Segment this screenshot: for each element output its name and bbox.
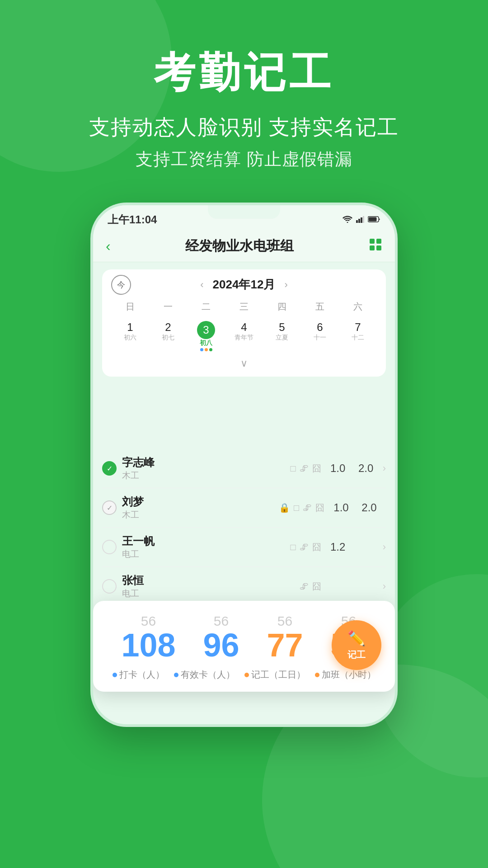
worker-role-4: 电工 — [122, 588, 294, 599]
worker-name-2: 刘梦 — [122, 495, 273, 509]
weekday-sun: 日 — [111, 299, 149, 315]
phone-notch — [208, 205, 280, 219]
worker-attach-icon-4: 🖇 — [300, 581, 309, 592]
weekday-wed: 三 — [225, 299, 263, 315]
wifi-icon — [343, 214, 352, 226]
svg-rect-9 — [370, 245, 375, 250]
svg-rect-7 — [370, 239, 375, 244]
worker-check-1[interactable]: ✓ — [102, 461, 117, 476]
worker-attach-icon: 🖇 — [300, 463, 309, 474]
worker-role-1: 木工 — [122, 470, 285, 481]
work-dot — [244, 673, 249, 677]
worker-item-4[interactable]: 张恒 电工 🖇 囧 › — [102, 567, 386, 606]
worker-item-3[interactable]: 王一帆 电工 □ 🖇 囧 1.2 › — [102, 528, 386, 567]
phone-mockup-container: 上午11:04 ‹ 经发物业水电班组 — [0, 203, 488, 727]
app-header: ‹ 经发物业水电班组 — [93, 231, 395, 262]
work-label: 记工（工日） — [244, 669, 305, 681]
cal-day-7[interactable]: 7 十二 — [339, 318, 377, 354]
svg-rect-4 — [363, 216, 364, 223]
svg-rect-2 — [358, 219, 360, 223]
worker-icons-1: □ 🖇 囧 — [291, 462, 321, 475]
weekday-sat: 六 — [339, 299, 377, 315]
fab-edit-icon: ✏️ — [347, 630, 366, 647]
calendar-month: 2024年12月 — [213, 277, 276, 292]
worker-info-1: 字志峰 木工 — [122, 455, 285, 481]
valid-dot — [174, 673, 178, 677]
worker-role-3: 电工 — [122, 548, 285, 560]
subtitle-line2: 支持工资结算 防止虚假错漏 — [0, 148, 488, 171]
worker-name-3: 王一帆 — [122, 534, 285, 548]
worker-attach-icon-2: 🖇 — [303, 503, 312, 513]
worker-doc-icon-2: 囧 — [315, 502, 324, 514]
calendar-days: 1 初六 2 初七 3 初八 4 — [111, 318, 377, 354]
phone-mockup: 上午11:04 ‹ 经发物业水电班组 — [90, 203, 398, 727]
worker-doc-icon: 囧 — [312, 462, 321, 475]
today-badge[interactable]: 今 — [111, 275, 131, 295]
worker-check-4[interactable] — [102, 579, 117, 594]
stat-valid-count: 56 96 — [203, 613, 239, 661]
svg-rect-3 — [361, 217, 362, 223]
svg-rect-6 — [369, 217, 377, 222]
punch-dot — [113, 673, 117, 677]
worker-arrow-4: › — [383, 580, 386, 592]
header-section: 考勤记工 支持动态人脸识别 支持实名记工 支持工资结算 防止虚假错漏 — [0, 0, 488, 171]
worker-name-4: 张恒 — [122, 573, 294, 588]
cal-day-2[interactable]: 2 初七 — [149, 318, 187, 354]
battery-icon — [368, 214, 380, 226]
svg-rect-8 — [376, 239, 381, 244]
worker-icons-2: 🔒 □ 🖇 囧 — [279, 502, 324, 514]
worker-hours-1: 1.0 — [327, 462, 349, 475]
svg-point-0 — [347, 222, 348, 223]
cal-day-3-today[interactable]: 3 初八 — [187, 318, 225, 354]
worker-info-4: 张恒 电工 — [122, 573, 294, 599]
worker-arrow-3: › — [383, 541, 386, 553]
signal-icon — [356, 214, 364, 226]
weekday-mon: 一 — [149, 299, 187, 315]
status-time: 上午11:04 — [108, 212, 157, 227]
weekday-fri: 五 — [301, 299, 339, 315]
punch-label: 打卡（人） — [113, 669, 164, 681]
calendar-expand-button[interactable]: ∨ — [111, 358, 377, 369]
worker-item-2[interactable]: ✓ 刘梦 木工 🔒 □ 🖇 囧 1.0 2.0 — [102, 488, 386, 528]
svg-rect-1 — [356, 220, 358, 223]
next-month-button[interactable]: › — [284, 279, 287, 291]
stat-work-days: 56 77 — [267, 613, 303, 661]
worker-overtime-1: 2.0 — [355, 462, 377, 475]
cal-day-6[interactable]: 6 十一 — [301, 318, 339, 354]
worker-hours-3: 1.2 — [327, 541, 349, 553]
stat-punch-count: 56 108 — [121, 613, 175, 661]
overtime-label: 加班（小时） — [315, 669, 376, 681]
valid-label: 有效卡（人） — [174, 669, 235, 681]
weekday-thu: 四 — [263, 299, 301, 315]
worker-check-2[interactable]: ✓ — [102, 500, 117, 515]
worker-attach-icon-3: 🖇 — [300, 542, 309, 552]
worker-role-2: 木工 — [122, 509, 273, 521]
calendar-section: 今 ‹ 2024年12月 › 日 一 二 三 四 五 六 1 初六 2 — [102, 269, 386, 377]
worker-hours-2: 1.0 — [330, 501, 352, 514]
main-title: 考勤记工 — [0, 50, 488, 95]
svg-rect-10 — [376, 245, 381, 250]
grid-icon[interactable] — [369, 238, 382, 255]
worker-doc-icon-4: 囧 — [312, 580, 321, 593]
cal-day-5[interactable]: 5 立夏 — [263, 318, 301, 354]
prev-month-button[interactable]: ‹ — [200, 279, 203, 291]
status-icons — [343, 214, 380, 226]
cal-day-1[interactable]: 1 初六 — [111, 318, 149, 354]
worker-calendar-icon-3: □ — [291, 542, 296, 552]
weekday-tue: 二 — [187, 299, 225, 315]
subtitle-line1: 支持动态人脸识别 支持实名记工 — [0, 113, 488, 142]
worker-item-1[interactable]: ✓ 字志峰 木工 □ 🖇 囧 1.0 2.0 › — [102, 449, 386, 488]
worker-lock-icon: 🔒 — [279, 502, 290, 513]
worker-name-1: 字志峰 — [122, 455, 285, 470]
back-button[interactable]: ‹ — [106, 238, 111, 255]
worker-info-3: 王一帆 电工 — [122, 534, 285, 560]
cal-day-4[interactable]: 4 青年节 — [225, 318, 263, 354]
worker-info-2: 刘梦 木工 — [122, 495, 273, 521]
stats-labels-row: 打卡（人） 有效卡（人） 记工（工日） 加班（小时） — [108, 669, 380, 681]
worker-icons-4: 🖇 囧 — [300, 580, 321, 593]
worker-calendar-icon-2: □ — [294, 503, 299, 513]
worker-doc-icon-3: 囧 — [312, 541, 321, 553]
fab-record-button[interactable]: ✏️ 记工 — [332, 620, 381, 670]
worker-check-3[interactable] — [102, 540, 117, 554]
calendar-nav: 今 ‹ 2024年12月 › — [111, 277, 377, 292]
